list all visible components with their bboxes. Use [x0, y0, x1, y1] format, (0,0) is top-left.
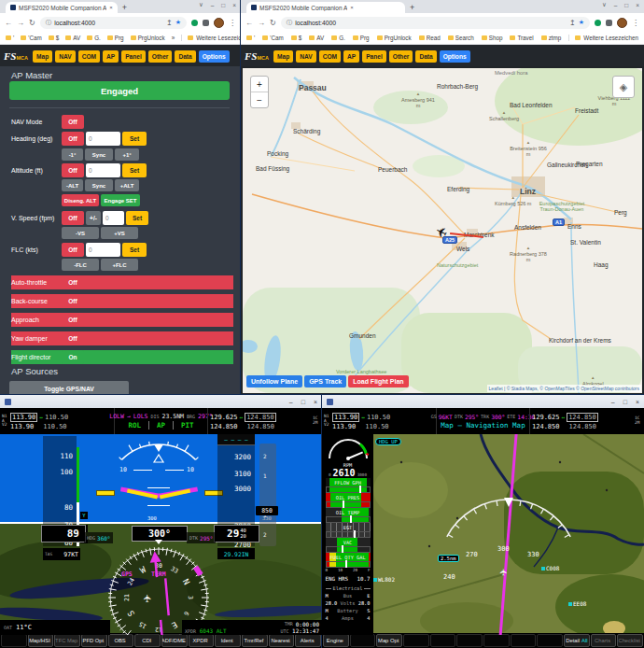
- softkey[interactable]: DetailAll: [564, 634, 590, 647]
- vspeed-dec-button[interactable]: -VS: [62, 227, 99, 239]
- close-button[interactable]: ×: [636, 399, 639, 405]
- baro-setting[interactable]: 29.92IN: [217, 548, 255, 559]
- minimize-button[interactable]: –: [614, 2, 618, 8]
- close-button[interactable]: ×: [314, 399, 317, 405]
- nav2-standby[interactable]: 110.50: [365, 423, 388, 430]
- softkey[interactable]: [537, 634, 563, 647]
- maximize-button[interactable]: □: [623, 399, 627, 405]
- bookmark-item[interactable]: PrgUnlock: [377, 35, 412, 41]
- bookmark-item[interactable]: Read: [419, 35, 441, 41]
- softkey[interactable]: [403, 634, 429, 647]
- nav-button[interactable]: Other: [389, 50, 413, 63]
- toggle-state-button[interactable]: On: [62, 350, 84, 364]
- softkey[interactable]: Ident: [215, 634, 241, 647]
- altitude-set-button[interactable]: Set: [122, 163, 147, 177]
- minimize-button[interactable]: –: [289, 399, 293, 405]
- softkey[interactable]: [1, 634, 27, 647]
- bookmark-item[interactable]: G.: [331, 35, 345, 41]
- com1-active[interactable]: 129.625: [532, 414, 560, 421]
- close-button[interactable]: ×: [636, 2, 639, 8]
- softkey[interactable]: Map/HSI: [28, 634, 54, 647]
- map-action-button[interactable]: Load Flight Plan: [348, 375, 408, 387]
- bookmark-item[interactable]: Prg: [107, 35, 124, 41]
- softkey[interactable]: [483, 634, 510, 647]
- bookmarks-overflow-icon[interactable]: »: [172, 35, 175, 41]
- nav-button-options[interactable]: Options: [199, 50, 230, 63]
- close-button[interactable]: ×: [232, 2, 236, 8]
- softkey[interactable]: PFD Opt: [81, 634, 107, 647]
- nav-mode-off-button[interactable]: Off: [62, 115, 84, 129]
- tab-close-icon[interactable]: ×: [350, 5, 354, 10]
- nav-button[interactable]: Data: [175, 50, 195, 63]
- softkey[interactable]: CDI: [134, 634, 161, 647]
- softkey[interactable]: [430, 634, 456, 647]
- nav-button[interactable]: AP: [343, 50, 359, 63]
- com2-active[interactable]: 124.850: [532, 423, 560, 430]
- nav-button[interactable]: Map: [273, 50, 293, 63]
- nav-button[interactable]: Data: [415, 50, 436, 63]
- mfd-title-bar[interactable]: – □ ×: [322, 395, 644, 408]
- heading-bug-readout[interactable]: HDG360°: [84, 532, 113, 543]
- altitude-sync-button[interactable]: Sync: [85, 179, 113, 191]
- maximize-button[interactable]: □: [624, 2, 628, 8]
- heading-dec-button[interactable]: -1°: [62, 148, 83, 161]
- tab-search-icon[interactable]: ∨: [602, 1, 607, 8]
- profile-avatar[interactable]: [214, 18, 224, 28]
- heading-input[interactable]: 0: [86, 132, 120, 146]
- info-icon[interactable]: ⓘ: [46, 19, 52, 27]
- bookmark-item[interactable]: G.: [87, 35, 101, 41]
- nav-button[interactable]: COM: [78, 50, 100, 63]
- share-icon[interactable]: ↥: [569, 19, 576, 27]
- softkey[interactable]: Nearest: [269, 634, 295, 647]
- toggle-state-button[interactable]: Off: [62, 331, 84, 345]
- softkey[interactable]: Map Opt: [376, 634, 402, 647]
- toggle-state-button[interactable]: Off: [62, 275, 84, 289]
- other-bookmarks[interactable]: Weitere Lesezeichen: [568, 35, 638, 41]
- extension-icon[interactable]: [595, 20, 601, 26]
- bookmark-item[interactable]: ztmp: [541, 35, 562, 41]
- flc-dec-button[interactable]: -FLC: [62, 259, 99, 271]
- com1-standby[interactable]: 124.850: [567, 413, 598, 422]
- maximize-button[interactable]: □: [221, 2, 225, 8]
- extensions-menu-icon[interactable]: [203, 20, 209, 26]
- altitude-dec-button[interactable]: -ALT: [62, 179, 83, 191]
- vspeed-plusminus-button[interactable]: +/-: [86, 211, 101, 225]
- heading-off-button[interactable]: Off: [62, 132, 84, 146]
- bookmark-item[interactable]: Search: [448, 35, 474, 41]
- browser-tab[interactable]: MSFS2020 Mobile Companion A ×: [6, 2, 118, 13]
- other-bookmarks[interactable]: Weitere Lesezeichen: [181, 35, 241, 41]
- softkey[interactable]: Engine: [323, 634, 349, 647]
- zoom-out-button[interactable]: −: [251, 92, 268, 107]
- nav2-standby[interactable]: 110.50: [43, 423, 66, 430]
- menu-icon[interactable]: ⋮: [229, 19, 236, 27]
- bookmark-item[interactable]: 'Cam: [21, 35, 42, 41]
- flc-set-button[interactable]: Set: [122, 243, 147, 257]
- reload-icon[interactable]: ↻: [270, 19, 276, 27]
- softkey[interactable]: [350, 634, 376, 647]
- vspeed-off-button[interactable]: Off: [62, 211, 84, 225]
- softkey[interactable]: Checklist: [617, 634, 643, 647]
- altitude-engage-set-button[interactable]: Engage SET: [101, 194, 140, 206]
- nav1-standby[interactable]: 110.50: [45, 414, 68, 421]
- flc-inc-button[interactable]: +FLC: [101, 259, 138, 271]
- softkey[interactable]: [511, 634, 537, 647]
- bookmark-item[interactable]: Shop: [482, 35, 503, 41]
- vspeed-inc-button[interactable]: +VS: [101, 227, 138, 239]
- address-bar[interactable]: ⓘ localhost:4000 ↥ ★: [40, 17, 187, 29]
- menu-icon[interactable]: ⋮: [632, 19, 639, 27]
- nav2-active[interactable]: 113.90: [332, 423, 356, 430]
- maximize-button[interactable]: □: [301, 399, 305, 405]
- map-action-button[interactable]: GPS Track: [304, 375, 346, 387]
- softkey[interactable]: ADF/DME: [161, 634, 188, 647]
- back-icon[interactable]: ←: [245, 19, 253, 27]
- nav1-standby[interactable]: 110.50: [367, 414, 390, 421]
- com2-active[interactable]: 124.850: [210, 423, 238, 430]
- pfd-title-bar[interactable]: – □ ×: [0, 395, 322, 408]
- com2-standby[interactable]: 124.850: [569, 423, 597, 430]
- nav-button[interactable]: AP: [103, 50, 119, 63]
- new-tab-button[interactable]: +: [122, 3, 127, 12]
- softkey[interactable]: TFC Map: [54, 634, 80, 647]
- minimize-button[interactable]: –: [611, 399, 615, 405]
- softkey[interactable]: XPDR: [189, 634, 215, 647]
- toggle-state-button[interactable]: Off: [62, 313, 84, 327]
